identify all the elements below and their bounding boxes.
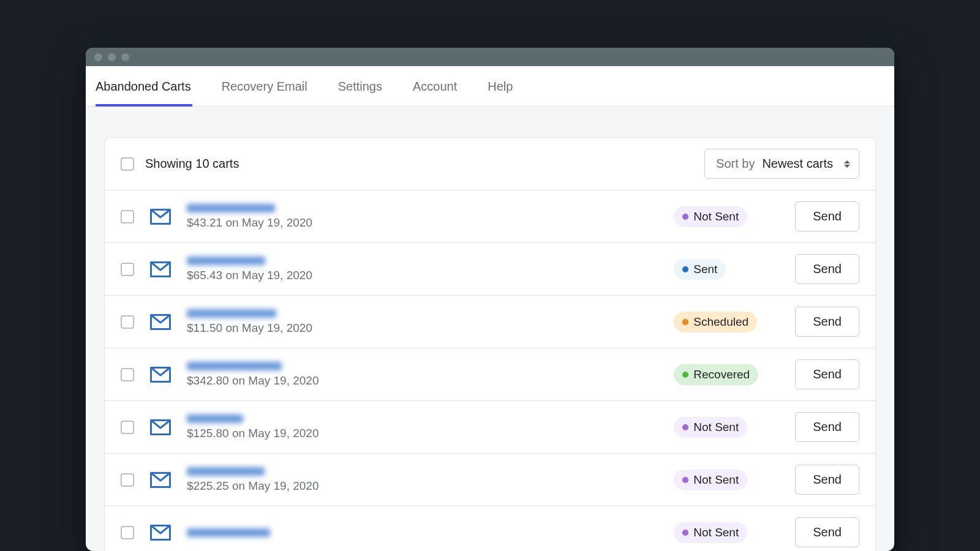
cart-row: $342.80 on May 19, 2020RecoveredSend bbox=[105, 348, 875, 401]
status-cell: Not Sent bbox=[674, 417, 784, 438]
close-icon[interactable] bbox=[94, 53, 102, 61]
sort-value: Newest carts bbox=[762, 157, 833, 171]
maximize-icon[interactable] bbox=[121, 53, 129, 61]
count-label: Showing 10 carts bbox=[145, 157, 239, 171]
tab-recovery-email[interactable]: Recovery Email bbox=[222, 66, 323, 106]
sort-select[interactable]: Sort by Newest carts bbox=[704, 149, 859, 179]
status-badge: Not Sent bbox=[674, 522, 747, 543]
main-tabs: Abandoned CartsRecovery EmailSettingsAcc… bbox=[86, 66, 894, 107]
status-dot-icon bbox=[682, 319, 688, 325]
status-dot-icon bbox=[682, 530, 688, 536]
customer-name-redacted bbox=[187, 414, 243, 423]
status-badge: Recovered bbox=[674, 364, 758, 385]
status-badge: Not Sent bbox=[674, 470, 747, 490]
cart-row: $43.21 on May 19, 2020Not SentSend bbox=[105, 190, 875, 243]
cart-meta: $43.21 on May 19, 2020 bbox=[187, 216, 663, 230]
row-checkbox[interactable] bbox=[121, 526, 134, 539]
status-label: Recovered bbox=[693, 368, 750, 381]
status-dot-icon bbox=[682, 266, 688, 272]
tab-account[interactable]: Account bbox=[413, 66, 473, 106]
row-checkbox[interactable] bbox=[121, 368, 134, 381]
customer-cell[interactable]: $65.43 on May 19, 2020 bbox=[187, 257, 663, 282]
status-badge: Sent bbox=[674, 259, 726, 280]
status-label: Not Sent bbox=[693, 473, 739, 487]
cart-meta: $65.43 on May 19, 2020 bbox=[187, 269, 663, 282]
send-button[interactable]: Send bbox=[795, 412, 859, 442]
send-button[interactable]: Send bbox=[795, 465, 859, 495]
customer-name-redacted bbox=[187, 467, 265, 476]
mail-icon[interactable] bbox=[145, 367, 176, 383]
tab-settings[interactable]: Settings bbox=[338, 66, 398, 106]
send-button[interactable]: Send bbox=[795, 201, 859, 231]
status-label: Not Sent bbox=[693, 210, 739, 223]
status-dot-icon bbox=[682, 214, 688, 220]
status-cell: Not Sent bbox=[674, 470, 784, 490]
mail-icon[interactable] bbox=[145, 261, 176, 277]
cart-row: $225.25 on May 19, 2020Not SentSend bbox=[105, 454, 875, 506]
mail-icon[interactable] bbox=[145, 419, 176, 435]
row-checkbox[interactable] bbox=[121, 315, 134, 329]
cart-row: $125.80 on May 19, 2020Not SentSend bbox=[105, 401, 875, 454]
status-cell: Not Sent bbox=[674, 522, 784, 543]
customer-cell[interactable] bbox=[187, 528, 663, 537]
status-label: Not Sent bbox=[693, 421, 739, 434]
status-label: Scheduled bbox=[693, 315, 748, 329]
cart-rows: $43.21 on May 19, 2020Not SentSend$65.43… bbox=[105, 190, 875, 551]
status-label: Sent bbox=[693, 263, 717, 276]
customer-name-redacted bbox=[187, 204, 275, 212]
status-cell: Scheduled bbox=[674, 312, 784, 332]
mail-icon[interactable] bbox=[145, 209, 176, 225]
row-checkbox[interactable] bbox=[121, 210, 134, 223]
sort-label: Sort by bbox=[716, 157, 755, 171]
status-cell: Recovered bbox=[674, 364, 784, 385]
customer-cell[interactable]: $11.50 on May 19, 2020 bbox=[187, 309, 663, 335]
cart-meta: $11.50 on May 19, 2020 bbox=[187, 321, 663, 335]
send-button[interactable]: Send bbox=[795, 359, 859, 389]
customer-name-redacted bbox=[187, 362, 282, 370]
status-label: Not Sent bbox=[693, 526, 739, 539]
card-header: Showing 10 carts Sort by Newest carts bbox=[105, 138, 875, 190]
status-badge: Not Sent bbox=[674, 417, 747, 438]
status-dot-icon bbox=[682, 424, 688, 430]
cart-meta: $342.80 on May 19, 2020 bbox=[187, 374, 663, 388]
send-button[interactable]: Send bbox=[795, 254, 859, 284]
customer-cell[interactable]: $125.80 on May 19, 2020 bbox=[187, 414, 663, 440]
status-cell: Not Sent bbox=[674, 206, 784, 227]
send-button[interactable]: Send bbox=[795, 517, 859, 547]
mail-icon[interactable] bbox=[145, 472, 176, 488]
window-titlebar bbox=[86, 48, 894, 66]
mail-icon[interactable] bbox=[145, 525, 176, 541]
customer-cell[interactable]: $342.80 on May 19, 2020 bbox=[187, 362, 663, 388]
send-button[interactable]: Send bbox=[795, 307, 859, 337]
mail-icon[interactable] bbox=[145, 314, 176, 330]
select-all-checkbox[interactable] bbox=[121, 157, 134, 171]
tab-help[interactable]: Help bbox=[488, 66, 529, 106]
row-checkbox[interactable] bbox=[121, 421, 134, 434]
customer-cell[interactable]: $43.21 on May 19, 2020 bbox=[187, 204, 663, 230]
status-badge: Not Sent bbox=[674, 206, 747, 227]
cart-meta: $125.80 on May 19, 2020 bbox=[187, 427, 663, 440]
cart-row: Not SentSend bbox=[105, 506, 875, 551]
customer-name-redacted bbox=[187, 309, 276, 318]
status-cell: Sent bbox=[674, 259, 784, 280]
customer-name-redacted bbox=[187, 528, 270, 537]
carts-card: Showing 10 carts Sort by Newest carts $4… bbox=[104, 137, 876, 551]
cart-row: $11.50 on May 19, 2020ScheduledSend bbox=[105, 296, 875, 348]
row-checkbox[interactable] bbox=[121, 263, 134, 276]
sort-caret-icon bbox=[844, 160, 850, 168]
status-dot-icon bbox=[682, 477, 688, 483]
tab-abandoned-carts[interactable]: Abandoned Carts bbox=[96, 66, 207, 106]
header-left: Showing 10 carts bbox=[121, 157, 239, 171]
customer-cell[interactable]: $225.25 on May 19, 2020 bbox=[187, 467, 663, 493]
minimize-icon[interactable] bbox=[108, 53, 116, 61]
customer-name-redacted bbox=[187, 257, 265, 265]
status-dot-icon bbox=[682, 372, 688, 378]
status-badge: Scheduled bbox=[674, 312, 757, 332]
row-checkbox[interactable] bbox=[121, 473, 134, 487]
cart-meta: $225.25 on May 19, 2020 bbox=[187, 479, 663, 493]
app-window: Abandoned CartsRecovery EmailSettingsAcc… bbox=[86, 48, 894, 551]
cart-row: $65.43 on May 19, 2020SentSend bbox=[105, 243, 875, 296]
content-area: Showing 10 carts Sort by Newest carts $4… bbox=[86, 107, 894, 551]
